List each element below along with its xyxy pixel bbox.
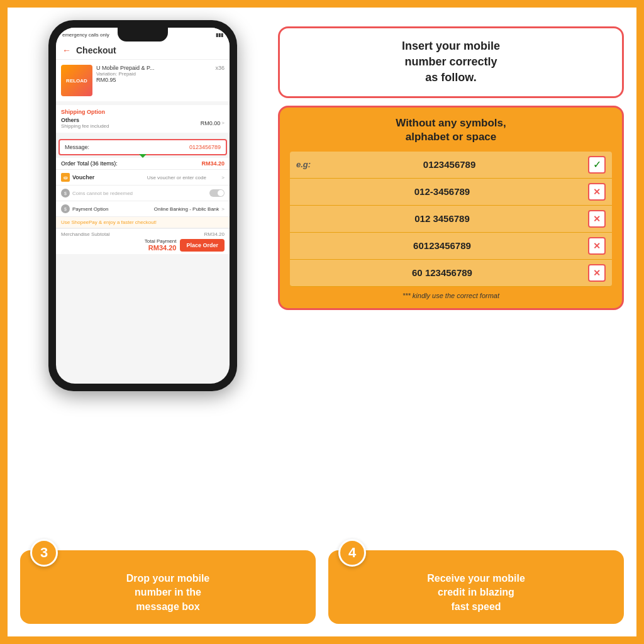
payment-value: Online Banking - Public Bank: [154, 206, 219, 212]
format-number-3: 60123456789: [296, 240, 588, 251]
main-row: emergency calls only 14:2 ▮▮▮ ← Checkout…: [20, 20, 624, 545]
message-box[interactable]: Message: 0123456789: [58, 139, 227, 155]
bottom-row: 3Drop your mobile number in the message …: [20, 550, 624, 624]
format-note: *** kindly use the correct format: [290, 292, 612, 299]
step-block-4: 4Receive your mobile credit in blazing f…: [328, 550, 624, 624]
status-bar-battery: ▮▮▮: [216, 32, 223, 38]
step-badge-3: 3: [30, 539, 58, 567]
product-image: RELOAD: [61, 65, 92, 96]
merch-subtotal-row: Merchandise Subtotal RM34.20: [61, 231, 225, 237]
step-text-3: Drop your mobile number in the message b…: [126, 572, 209, 614]
shopeepay-banner: Use ShopeePay & enjoy a faster checkout!: [56, 217, 230, 228]
shipping-name: Others: [61, 117, 109, 123]
phone-mockup: emergency calls only 14:2 ▮▮▮ ← Checkout…: [48, 20, 237, 391]
coins-row: $ Coins cannot be redeemed: [56, 186, 230, 201]
payment-icon: $: [61, 204, 70, 213]
instruction-box: Insert your mobile number correctly as f…: [278, 26, 624, 98]
left-column: emergency calls only 14:2 ▮▮▮ ← Checkout…: [20, 20, 265, 545]
merch-subtotal-label: Merchandise Subtotal: [61, 231, 109, 237]
invalid-icon-3: ✕: [588, 237, 606, 255]
step-badge-4: 4: [338, 539, 366, 567]
format-row-1: 012-3456789✕: [290, 179, 612, 206]
format-row-4: 60 123456789✕: [290, 260, 612, 287]
message-value: 0123456789: [189, 144, 221, 150]
format-title: Without any symbols, alphabet or space: [290, 116, 612, 144]
message-row: Message: 0123456789: [65, 144, 221, 150]
product-details: U Mobile Prepaid & P... Variation: Prepa…: [96, 65, 211, 96]
payment-row[interactable]: $ Payment Option Online Banking - Public…: [56, 201, 230, 217]
voucher-icon: 🎟: [61, 173, 70, 182]
instruction-text: Insert your mobile number correctly as f…: [292, 38, 609, 86]
shipping-info: Others Shipping fee included: [61, 117, 109, 129]
format-number-4: 60 123456789: [296, 267, 588, 278]
message-label: Message:: [65, 144, 89, 150]
bottom-bar: Merchandise Subtotal RM34.20 Total Payme…: [56, 228, 230, 254]
voucher-chevron: >: [221, 175, 225, 180]
order-total-value: RM34.20: [201, 160, 225, 167]
phone-body: emergency calls only 14:2 ▮▮▮ ← Checkout…: [48, 20, 237, 391]
shipping-label: Shipping Option: [61, 109, 225, 115]
back-arrow-icon[interactable]: ←: [62, 45, 71, 55]
shipping-section: Shipping Option Others Shipping fee incl…: [56, 105, 230, 136]
toggle-dot: [218, 190, 224, 196]
checkout-header: ← Checkout: [56, 42, 230, 60]
format-row-3: 60123456789✕: [290, 233, 612, 260]
format-row-0: e.g:0123456789✓: [290, 152, 612, 179]
payment-chevron: >: [221, 206, 225, 212]
shipping-price: RM0.00 >: [201, 120, 225, 126]
format-number-0: 0123456789: [311, 159, 588, 170]
total-row: Total Payment RM34.20 Place Order: [61, 238, 225, 252]
voucher-placeholder: Use voucher or enter code: [147, 175, 219, 180]
format-number-2: 012 3456789: [296, 213, 588, 224]
order-total-label: Order Total (36 Items):: [61, 160, 118, 167]
coin-icon: $: [61, 189, 70, 197]
valid-icon-0: ✓: [588, 156, 606, 174]
total-label-wrap: Total Payment RM34.20: [145, 238, 177, 252]
format-eg-0: e.g:: [296, 160, 311, 169]
merch-subtotal-value: RM34.20: [204, 231, 225, 237]
format-number-1: 012-3456789: [296, 186, 588, 197]
shipping-sub: Shipping fee included: [61, 123, 109, 129]
step-text-4: Receive your mobile credit in blazing fa…: [427, 572, 525, 614]
coins-toggle[interactable]: [209, 189, 225, 197]
format-row-2: 012 3456789✕: [290, 206, 612, 233]
phone-screen: emergency calls only 14:2 ▮▮▮ ← Checkout…: [56, 28, 230, 384]
total-payment-value: RM34.20: [145, 244, 177, 252]
phone-notch: [118, 28, 168, 42]
shipping-row: Others Shipping fee included RM0.00 >: [61, 117, 225, 129]
product-price: RM0.95: [96, 77, 211, 83]
shipping-chevron: >: [221, 120, 225, 126]
voucher-label: Voucher: [72, 174, 145, 180]
checkout-title: Checkout: [76, 45, 116, 55]
order-total-row: Order Total (36 Items): RM34.20: [56, 158, 230, 170]
total-payment-label: Total Payment: [145, 238, 177, 244]
number-format-box: Without any symbols, alphabet or space e…: [278, 106, 624, 310]
step-block-3: 3Drop your mobile number in the message …: [20, 550, 316, 624]
coins-text: Coins cannot be redeemed: [72, 191, 207, 196]
product-qty: x36: [215, 65, 225, 96]
product-name: U Mobile Prepaid & P...: [96, 65, 211, 71]
status-bar-left: emergency calls only: [62, 32, 109, 38]
product-variation: Variation: Prepaid: [96, 71, 211, 77]
page-container: emergency calls only 14:2 ▮▮▮ ← Checkout…: [8, 8, 636, 636]
place-order-button[interactable]: Place Order: [180, 239, 225, 252]
right-column: Insert your mobile number correctly as f…: [278, 20, 624, 545]
invalid-icon-1: ✕: [588, 183, 606, 201]
payment-label: Payment Option: [72, 206, 108, 212]
voucher-row[interactable]: 🎟 Voucher Use voucher or enter code >: [56, 170, 230, 186]
format-rows: e.g:0123456789✓012-3456789✕012 3456789✕6…: [290, 152, 612, 287]
product-row: RELOAD U Mobile Prepaid & P... Variation…: [56, 60, 230, 105]
invalid-icon-2: ✕: [588, 210, 606, 228]
invalid-icon-4: ✕: [588, 264, 606, 282]
